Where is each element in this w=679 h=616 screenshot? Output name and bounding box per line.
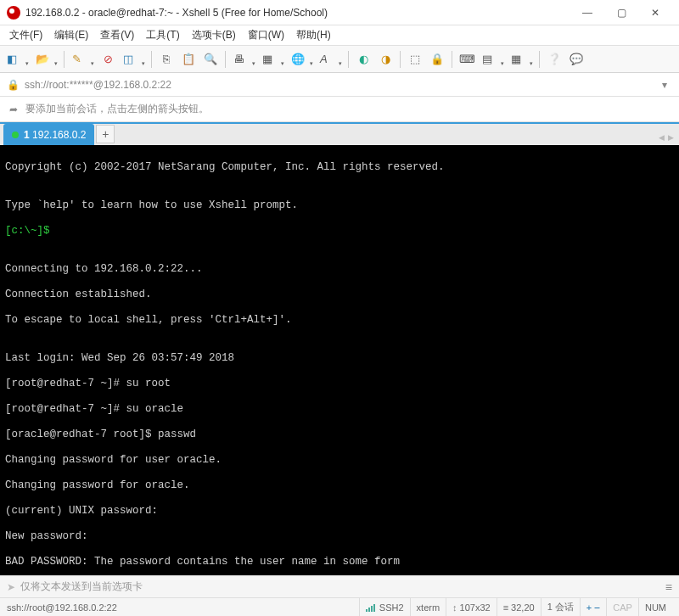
menu-window[interactable]: 窗口(W) xyxy=(242,25,290,45)
status-protocol: SSH2 xyxy=(359,598,410,616)
toolbar-separator xyxy=(64,51,65,68)
close-button[interactable]: ✕ xyxy=(638,3,672,23)
encoding-button[interactable]: 🌐 xyxy=(288,49,315,70)
xagent-button[interactable]: ◑ xyxy=(375,49,396,70)
find-button[interactable]: 🔍 xyxy=(200,49,221,70)
status-cursor: ≡32,20 xyxy=(497,598,541,616)
tab-next[interactable]: ▶ xyxy=(668,133,674,142)
send-arrow-icon: ➤ xyxy=(7,581,15,593)
lock-button[interactable]: 🔒 xyxy=(427,49,447,70)
signal-icon xyxy=(366,603,376,612)
hint-text: 要添加当前会话，点击左侧的箭头按钮。 xyxy=(25,102,209,116)
status-size: ↕107x32 xyxy=(446,598,497,616)
terminal-line: Connecting to 192.168.0.2:22... xyxy=(5,263,674,276)
keyboard-button[interactable]: ⌨ xyxy=(457,49,477,70)
toolbar-separator xyxy=(348,51,349,68)
send-bar[interactable]: ➤ 仅将文本发送到当前选项卡 ≡ xyxy=(0,575,679,597)
open-button[interactable]: 📂 xyxy=(32,49,59,70)
address-bar[interactable]: 🔒 ssh://root:******@192.168.0.2:22 ▾ xyxy=(0,73,679,97)
terminal-line: [root@redhat-7 ~]# su oracle xyxy=(5,403,674,416)
arrow-icon[interactable]: ➦ xyxy=(7,103,20,116)
window-controls: — ▢ ✕ xyxy=(570,3,672,23)
terminal-line: Type `help' to learn how to use Xshell p… xyxy=(5,199,674,212)
status-tray: + ‒ xyxy=(580,598,607,616)
terminal-line: [oracle@redhat-7 root]$ passwd xyxy=(5,428,674,441)
address-text: ssh://root:******@192.168.0.2:22 xyxy=(25,79,171,91)
status-num: NUM xyxy=(638,598,672,616)
print-button[interactable]: 🖶 xyxy=(230,49,257,70)
address-dropdown[interactable]: ▾ xyxy=(657,79,672,91)
tips-button[interactable]: 💬 xyxy=(566,49,586,70)
toolbar-separator xyxy=(400,51,401,68)
status-cap: CAP xyxy=(606,598,638,616)
titlebar: 192.168.0.2 - oracle@redhat-7:~ - Xshell… xyxy=(0,0,679,25)
color-scheme-button[interactable]: ▦ xyxy=(259,49,286,70)
toolbar-separator xyxy=(151,51,152,68)
toolbar: ◧ 📂 ✎ ⊘ ◫ ⎘ 📋 🔍 🖶 ▦ 🌐 A ◐ ◑ ⬚ 🔒 ⌨ ▤ ▦ ❔ … xyxy=(0,46,679,73)
toolbar-separator xyxy=(452,51,452,68)
status-termtype: xterm xyxy=(410,598,446,616)
terminal-line: Changing password for oracle. xyxy=(5,479,674,492)
properties-button[interactable]: ◫ xyxy=(120,49,147,70)
toolbar-separator xyxy=(539,51,540,68)
layout-button[interactable]: ▦ xyxy=(508,49,535,70)
tunnel-button[interactable]: ⬚ xyxy=(405,49,425,70)
menu-tabs[interactable]: 选项卡(B) xyxy=(186,25,242,45)
lock-icon: 🔒 xyxy=(7,79,20,91)
new-tab-button[interactable]: + xyxy=(96,125,115,143)
terminal-line: To escape to local shell, press 'Ctrl+Al… xyxy=(5,314,674,327)
help-button[interactable]: ❔ xyxy=(544,49,564,70)
copy-button[interactable]: ⎘ xyxy=(156,49,177,70)
terminal-line: Last login: Wed Sep 26 03:57:49 2018 xyxy=(5,352,674,365)
send-hint: 仅将文本发送到当前选项卡 xyxy=(20,580,143,594)
menu-help[interactable]: 帮助(H) xyxy=(290,25,337,45)
tabstrip: 1 192.168.0.2 + ◀ ▶ xyxy=(0,122,679,145)
window-title: 192.168.0.2 - oracle@redhat-7:~ - Xshell… xyxy=(25,7,570,19)
reconnect-button[interactable]: ✎ xyxy=(69,49,96,70)
maximize-button[interactable]: ▢ xyxy=(604,3,638,23)
status-sessions: 1 会话 xyxy=(541,598,580,616)
menu-file[interactable]: 文件(F) xyxy=(3,25,48,45)
terminal-line: (current) UNIX password: xyxy=(5,505,674,518)
terminal-line: [root@redhat-7 ~]# su root xyxy=(5,378,674,390)
app-icon xyxy=(7,6,20,20)
terminal[interactable]: Copyright (c) 2002-2017 NetSarang Comput… xyxy=(0,145,679,575)
new-session-button[interactable]: ◧ xyxy=(3,49,31,70)
session-tab[interactable]: 1 192.168.0.2 xyxy=(3,124,94,145)
minimize-button[interactable]: — xyxy=(570,3,604,23)
terminal-line: Connection established. xyxy=(5,288,674,301)
paste-button[interactable]: 📋 xyxy=(178,49,199,70)
tab-label: 192.168.0.2 xyxy=(32,129,86,141)
font-button[interactable]: A xyxy=(317,49,344,70)
menu-edit[interactable]: 编辑(E) xyxy=(48,25,94,45)
tab-number: 1 xyxy=(24,129,30,141)
statusbar: ssh://root@192.168.0.2:22 SSH2 xterm ↕10… xyxy=(0,597,679,616)
toolbar-separator xyxy=(225,51,226,68)
menu-view[interactable]: 查看(V) xyxy=(94,25,140,45)
view-mode-button[interactable]: ▤ xyxy=(479,49,506,70)
tab-nav: ◀ ▶ xyxy=(659,133,674,142)
tab-prev[interactable]: ◀ xyxy=(659,133,665,142)
xftp-button[interactable]: ◐ xyxy=(353,49,373,70)
menu-tools[interactable]: 工具(T) xyxy=(140,25,185,45)
menu-icon[interactable]: ≡ xyxy=(665,580,672,594)
menubar: 文件(F) 编辑(E) 查看(V) 工具(T) 选项卡(B) 窗口(W) 帮助(… xyxy=(0,25,679,46)
status-address: ssh://root@192.168.0.2:22 xyxy=(7,598,359,616)
hint-bar: ➦ 要添加当前会话，点击左侧的箭头按钮。 xyxy=(0,97,679,122)
terminal-line: Copyright (c) 2002-2017 NetSarang Comput… xyxy=(5,161,674,174)
terminal-line: BAD PASSWORD: The password contains the … xyxy=(5,556,674,568)
disconnect-button[interactable]: ⊘ xyxy=(98,49,118,70)
terminal-line: [c:\~]$ xyxy=(5,225,674,238)
connected-icon xyxy=(12,132,19,138)
terminal-line: Changing password for user oracle. xyxy=(5,454,674,467)
terminal-line: New password: xyxy=(5,530,674,543)
